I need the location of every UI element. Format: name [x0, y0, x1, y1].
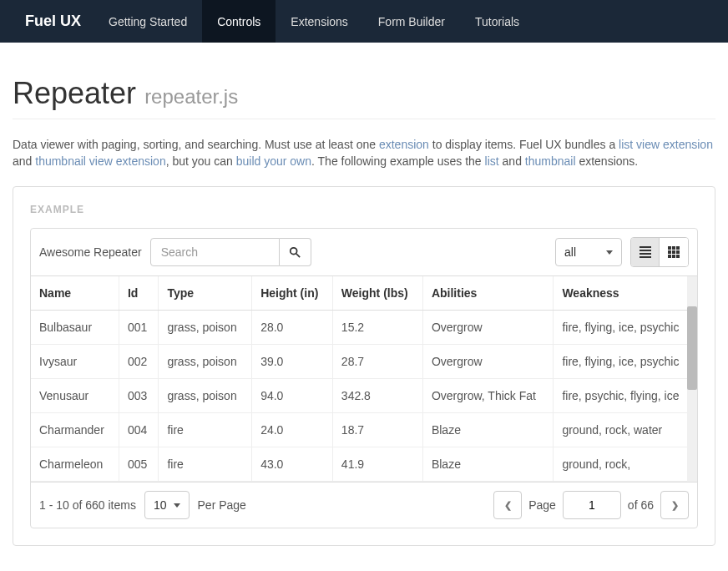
navbar: Fuel UX Getting Started Controls Extensi… — [0, 0, 728, 43]
cell-weakness: fire, psychic, flying, ice — [554, 379, 697, 413]
scrollbar-thumb[interactable] — [687, 306, 697, 390]
cell-height: 94.0 — [252, 379, 333, 413]
table-row[interactable]: Venusaur003grass, poison94.0342.8Overgro… — [31, 379, 697, 413]
example-label: EXAMPLE — [30, 204, 698, 215]
repeater-footer: 1 - 10 of 660 items 10 Per Page ❮ Page o… — [31, 482, 697, 528]
nav-controls[interactable]: Controls — [202, 0, 276, 43]
cell-id: 003 — [119, 379, 159, 413]
next-page-button[interactable]: ❯ — [660, 491, 689, 519]
cell-name: Charmeleon — [31, 447, 119, 482]
cell-type: grass, poison — [159, 345, 252, 379]
link-thumbnail-view-extension[interactable]: thumbnail view extension — [35, 154, 165, 168]
cell-weight: 28.7 — [332, 345, 422, 379]
page-input[interactable] — [563, 491, 621, 519]
cell-height: 43.0 — [252, 447, 333, 482]
link-build-your-own[interactable]: build your own — [236, 154, 311, 168]
cell-weakness: fire, flying, ice, psychic — [554, 311, 697, 345]
page-subtitle: repeater.js — [144, 85, 238, 108]
cell-weakness: ground, rock, — [554, 447, 697, 482]
nav-extensions[interactable]: Extensions — [276, 0, 362, 43]
filter-dropdown[interactable]: all — [555, 238, 622, 266]
cell-id: 004 — [119, 413, 159, 447]
intro-text: Data viewer with paging, sorting, and se… — [13, 136, 715, 169]
cell-weight: 342.8 — [332, 379, 422, 413]
cell-weight: 15.2 — [332, 311, 422, 345]
nav-getting-started[interactable]: Getting Started — [94, 0, 202, 43]
cell-weight: 41.9 — [332, 447, 422, 482]
col-name[interactable]: Name — [31, 276, 119, 311]
cell-name: Bulbasaur — [31, 311, 119, 345]
cell-abilities: Blaze — [422, 447, 553, 482]
link-thumbnail[interactable]: thumbnail — [525, 154, 576, 168]
cell-name: Venusaur — [31, 379, 119, 413]
table-wrapper: Name Id Type Height (in) Weight (lbs) Ab… — [31, 276, 697, 482]
page-title: Repeater repeater.js — [13, 76, 238, 110]
cell-abilities: Overgrow, Thick Fat — [422, 379, 553, 413]
nav-form-builder[interactable]: Form Builder — [363, 0, 460, 43]
link-list-view-extension[interactable]: list view extension — [619, 138, 713, 151]
table-row[interactable]: Ivysaur002grass, poison39.028.7Overgrowf… — [31, 345, 697, 379]
table-header-row: Name Id Type Height (in) Weight (lbs) Ab… — [31, 276, 697, 311]
list-view-button[interactable] — [631, 238, 660, 266]
cell-id: 005 — [119, 447, 159, 482]
cell-type: fire — [159, 447, 252, 482]
table-row[interactable]: Bulbasaur001grass, poison28.015.2Overgro… — [31, 311, 697, 345]
search-icon — [289, 246, 301, 258]
cell-height: 24.0 — [252, 413, 333, 447]
cell-height: 28.0 — [252, 311, 333, 345]
col-weakness[interactable]: Weakness — [554, 276, 697, 311]
brand-link[interactable]: Fuel UX — [13, 0, 94, 43]
page-header: Repeater repeater.js — [13, 43, 715, 119]
repeater: Awesome Repeater all — [30, 228, 698, 528]
col-type[interactable]: Type — [159, 276, 252, 311]
link-list[interactable]: list — [485, 154, 499, 168]
cell-type: fire — [159, 413, 252, 447]
cell-type: grass, poison — [159, 379, 252, 413]
list-icon — [640, 246, 651, 258]
repeater-title: Awesome Repeater — [39, 245, 142, 259]
example-box: EXAMPLE Awesome Repeater all — [13, 186, 715, 546]
cell-type: grass, poison — [159, 311, 252, 345]
caret-icon — [174, 503, 180, 508]
svg-line-1 — [296, 254, 300, 257]
col-weight[interactable]: Weight (lbs) — [332, 276, 422, 311]
cell-id: 001 — [119, 311, 159, 345]
grid-icon — [668, 246, 680, 258]
svg-point-0 — [291, 248, 297, 255]
items-info: 1 - 10 of 660 items — [39, 498, 136, 512]
search-input[interactable] — [150, 238, 280, 266]
view-toggle — [630, 237, 689, 267]
data-table: Name Id Type Height (in) Weight (lbs) Ab… — [31, 276, 697, 482]
cell-weakness: fire, flying, ice, psychic — [554, 345, 697, 379]
total-pages-label: of 66 — [628, 498, 654, 512]
filter-value: all — [564, 245, 576, 259]
nav-tutorials[interactable]: Tutorials — [460, 0, 534, 43]
col-height[interactable]: Height (in) — [252, 276, 333, 311]
chevron-left-icon: ❮ — [504, 500, 512, 511]
cell-id: 002 — [119, 345, 159, 379]
cell-name: Ivysaur — [31, 345, 119, 379]
col-abilities[interactable]: Abilities — [422, 276, 553, 311]
cell-weakness: ground, rock, water — [554, 413, 697, 447]
chevron-right-icon: ❯ — [671, 500, 679, 511]
thumbnail-view-button[interactable] — [660, 238, 688, 266]
table-row[interactable]: Charmeleon005fire43.041.9Blazeground, ro… — [31, 447, 697, 482]
prev-page-button[interactable]: ❮ — [493, 491, 522, 519]
repeater-header: Awesome Repeater all — [31, 229, 697, 276]
cell-weight: 18.7 — [332, 413, 422, 447]
cell-abilities: Blaze — [422, 413, 553, 447]
search-button[interactable] — [280, 238, 311, 266]
search-group — [150, 238, 311, 266]
cell-abilities: Overgrow — [422, 311, 553, 345]
per-page-label: Per Page — [198, 498, 246, 512]
page-size-value: 10 — [154, 498, 167, 512]
cell-name: Charmander — [31, 413, 119, 447]
cell-height: 39.0 — [252, 345, 333, 379]
link-extension[interactable]: extension — [379, 138, 429, 151]
table-row[interactable]: Charmander004fire24.018.7Blazeground, ro… — [31, 413, 697, 447]
caret-icon — [606, 250, 613, 255]
page-label: Page — [528, 498, 556, 512]
cell-abilities: Overgrow — [422, 345, 553, 379]
page-size-dropdown[interactable]: 10 — [144, 491, 190, 519]
col-id[interactable]: Id — [119, 276, 159, 311]
